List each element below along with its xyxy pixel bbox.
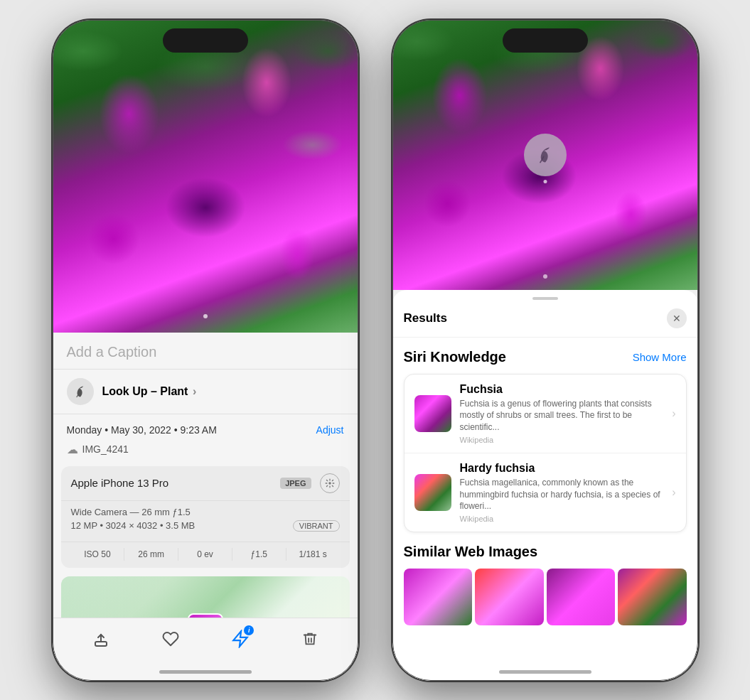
hardy-fuchsia-item[interactable]: Hardy fuchsia Fuchsia magellanica, commo…	[405, 453, 686, 532]
info-notification-badge: i	[244, 625, 254, 635]
lookup-label: Look Up – Plant ›	[102, 385, 197, 398]
phones-container: Add a Caption Look Up – Plant ›	[53, 20, 698, 681]
exif-focal-length: 26 mm	[124, 548, 178, 561]
resolution-info: 12 MP • 3024 × 4032 • 3.5 MB VIBRANT	[71, 520, 340, 532]
siri-knowledge-header: Siri Knowledge Show More	[404, 349, 687, 365]
fuchsia-name: Fuchsia	[460, 383, 664, 396]
visual-search-button[interactable]	[524, 134, 567, 176]
flower-overlay-left	[53, 20, 358, 333]
left-phone: Add a Caption Look Up – Plant ›	[53, 20, 358, 681]
web-image-2[interactable]	[475, 569, 544, 625]
leaf-icon	[73, 384, 87, 399]
svg-point-0	[328, 482, 331, 485]
map-photo-thumbnail	[188, 613, 223, 618]
results-title: Results	[404, 311, 447, 325]
camera-info-box: Apple iPhone 13 Pro JPEG	[61, 466, 350, 568]
cloud-icon: ☁	[67, 443, 78, 456]
exif-shutter: 1/181 s	[286, 548, 340, 561]
info-button[interactable]: i	[231, 630, 250, 652]
fuchsia-desc: Fuchsia is a genus of flowering plants t…	[460, 398, 664, 434]
right-screen: Results ✕ Siri Knowledge Show More	[392, 20, 698, 681]
home-indicator-left	[159, 670, 252, 674]
flower-photo-right	[392, 20, 698, 290]
fuchsia-source: Wikipedia	[460, 436, 664, 444]
camera-settings-icon[interactable]	[320, 473, 340, 493]
siri-knowledge-section: Siri Knowledge Show More Fuchsia Fuchsia…	[392, 338, 698, 533]
lookup-row[interactable]: Look Up – Plant ›	[53, 370, 358, 414]
hardy-fuchsia-thumbnail	[414, 474, 451, 511]
web-image-1[interactable]	[404, 569, 473, 625]
photo-indicator-dot	[543, 274, 547, 279]
hardy-fuchsia-chevron-icon: ›	[672, 486, 675, 499]
dynamic-island-right	[503, 28, 588, 53]
exif-aperture: ƒ1.5	[232, 548, 286, 561]
web-images-grid	[404, 569, 687, 625]
map-preview[interactable]	[61, 576, 350, 618]
fuchsia-item[interactable]: Fuchsia Fuchsia is a genus of flowering …	[405, 375, 686, 453]
hardy-fuchsia-desc: Fuchsia magellanica, commonly known as t…	[460, 477, 664, 512]
dynamic-island	[163, 28, 248, 53]
exif-ev: 0 ev	[178, 548, 232, 561]
results-header: Results ✕	[392, 304, 698, 338]
close-button[interactable]: ✕	[667, 308, 687, 328]
siri-knowledge-title: Siri Knowledge	[404, 349, 506, 365]
fuchsia-chevron-icon: ›	[672, 407, 675, 420]
hardy-fuchsia-name: Hardy fuchsia	[460, 462, 664, 475]
web-images-title: Similar Web Images	[404, 544, 538, 560]
adjust-button[interactable]: Adjust	[316, 424, 344, 436]
left-screen: Add a Caption Look Up – Plant ›	[53, 20, 358, 681]
date-line: Monday • May 30, 2022 • 9:23 AM Adjust	[67, 424, 344, 436]
camera-details: Wide Camera — 26 mm ƒ1.5 12 MP • 3024 × …	[61, 501, 350, 542]
favorite-button[interactable]	[162, 630, 179, 652]
camera-model-row: Apple iPhone 13 Pro JPEG	[61, 466, 350, 501]
flower-photo-left[interactable]	[53, 20, 358, 333]
drag-handle	[532, 297, 558, 300]
right-phone: Results ✕ Siri Knowledge Show More	[392, 20, 698, 681]
svg-rect-1	[95, 642, 107, 646]
web-image-3[interactable]	[547, 569, 616, 625]
leaf-visual-icon	[535, 145, 555, 165]
jpeg-badge: JPEG	[280, 478, 311, 489]
delete-button[interactable]	[302, 630, 318, 652]
home-indicator-right	[499, 670, 591, 674]
photo-date: Monday • May 30, 2022 • 9:23 AM	[67, 424, 217, 436]
hardy-fuchsia-source: Wikipedia	[460, 515, 664, 523]
show-more-button[interactable]: Show More	[633, 351, 687, 363]
knowledge-card: Fuchsia Fuchsia is a genus of flowering …	[404, 374, 687, 533]
caption-placeholder[interactable]: Add a Caption	[67, 344, 157, 360]
filename: IMG_4241	[82, 443, 129, 455]
results-panel: Results ✕ Siri Knowledge Show More	[392, 290, 698, 681]
camera-model: Apple iPhone 13 Pro	[71, 477, 169, 489]
photo-info-panel: Add a Caption Look Up – Plant ›	[53, 333, 358, 618]
fuchsia-thumbnail	[414, 395, 451, 432]
exif-iso: ISO 50	[71, 548, 125, 561]
web-image-4[interactable]	[618, 569, 687, 625]
gear-icon	[325, 478, 335, 488]
web-images-section: Similar Web Images	[392, 532, 698, 625]
caption-area[interactable]: Add a Caption	[53, 333, 358, 370]
share-button[interactable]	[92, 630, 109, 652]
hardy-fuchsia-content: Hardy fuchsia Fuchsia magellanica, commo…	[460, 462, 664, 523]
exif-row: ISO 50 26 mm 0 ev ƒ1.5 1/181 s	[61, 542, 350, 568]
lens-info: Wide Camera — 26 mm ƒ1.5	[71, 507, 340, 517]
filename-row: ☁ IMG_4241	[53, 443, 358, 466]
fuchsia-content: Fuchsia Fuchsia is a genus of flowering …	[460, 383, 664, 444]
vibrant-badge: VIBRANT	[293, 520, 340, 532]
visual-look-up-icon	[67, 378, 94, 405]
date-row: Monday • May 30, 2022 • 9:23 AM Adjust	[53, 414, 358, 443]
web-images-header: Similar Web Images	[404, 544, 687, 560]
